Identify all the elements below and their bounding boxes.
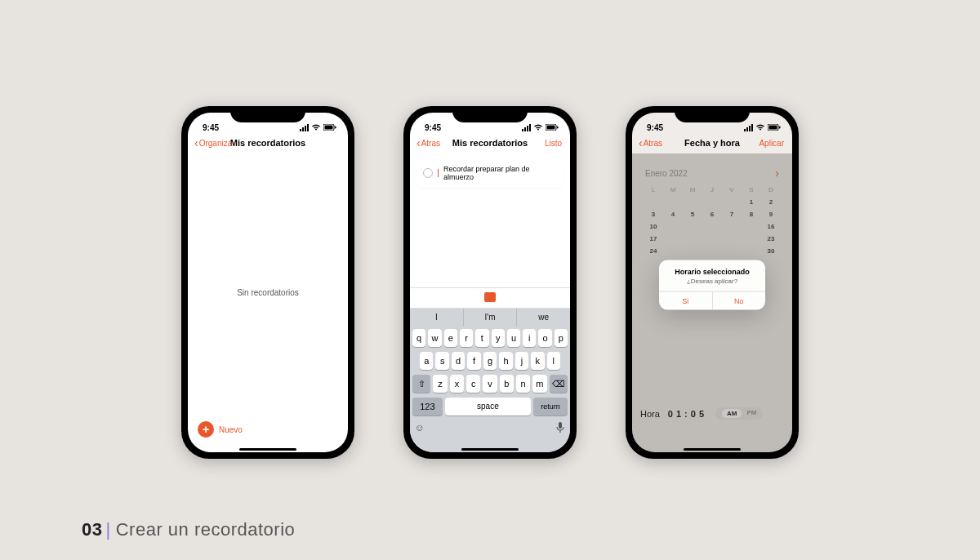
navbar: ‹ Atras Mis recordatorios Listo: [410, 132, 570, 153]
key[interactable]: w: [428, 329, 441, 347]
modal-yes-button[interactable]: Si: [659, 292, 713, 310]
phone-frame-3: 9:45 ‹ Atras Fecha y hora Aplicar: [626, 106, 799, 459]
back-button[interactable]: ‹ Organiza: [194, 137, 232, 149]
svg-rect-6: [559, 422, 562, 429]
key[interactable]: r: [460, 329, 473, 347]
wifi-icon: [755, 123, 765, 132]
key[interactable]: o: [538, 329, 551, 347]
navbar: ‹ Organiza Mis recordatorios: [188, 132, 348, 153]
key-row: ☺: [410, 418, 570, 438]
page-title: Mis recordatorios: [452, 138, 528, 148]
status-icons: [744, 123, 781, 132]
modal-title: Horario seleccionado: [659, 260, 765, 278]
svg-rect-1: [325, 126, 333, 130]
mic-icon[interactable]: [553, 420, 568, 435]
suggestion-row: I I'm we: [410, 309, 570, 327]
key-row: 123 space return: [410, 395, 570, 418]
key[interactable]: x: [450, 375, 464, 393]
modal-message: ¿Deseas aplicar?: [659, 278, 765, 291]
prediction-icon[interactable]: [484, 292, 496, 302]
key[interactable]: s: [435, 352, 448, 370]
key[interactable]: a: [420, 352, 433, 370]
svg-rect-8: [769, 126, 777, 130]
key[interactable]: m: [532, 375, 546, 393]
battery-icon: [323, 123, 336, 132]
key[interactable]: t: [475, 329, 488, 347]
suggestion[interactable]: I: [410, 309, 464, 327]
key[interactable]: p: [555, 329, 568, 347]
status-bar: 9:45: [410, 113, 570, 132]
status-time: 9:45: [425, 123, 441, 132]
wifi-icon: [311, 123, 321, 132]
battery-icon: [546, 123, 559, 132]
return-key[interactable]: return: [533, 398, 568, 416]
status-time: 9:45: [203, 123, 219, 132]
confirm-modal: Horario seleccionado ¿Deseas aplicar? Si…: [659, 260, 765, 310]
new-reminder-button[interactable]: + Nuevo: [198, 421, 243, 438]
chevron-left-icon: ‹: [194, 137, 198, 149]
key[interactable]: c: [466, 375, 480, 393]
key[interactable]: q: [412, 329, 425, 347]
key[interactable]: d: [452, 352, 465, 370]
suggestion[interactable]: we: [517, 309, 570, 327]
delete-key[interactable]: ⌫: [550, 375, 568, 393]
suggestion[interactable]: I'm: [464, 309, 518, 327]
back-label: Atras: [644, 139, 662, 148]
key-row: q w e r t y u i o p: [410, 327, 570, 349]
phone-frame-2: 9:45 ‹ Atras Mis recordatorios Li: [403, 106, 577, 459]
status-icons: [522, 123, 559, 132]
apply-button[interactable]: Aplicar: [759, 139, 784, 148]
text-cursor: [438, 169, 439, 177]
key[interactable]: y: [492, 329, 505, 347]
reminder-text: Recordar preparar plan de almuerzo: [443, 165, 557, 181]
battery-icon: [768, 123, 781, 132]
key[interactable]: h: [499, 352, 512, 370]
key-row: a s d f g h j k l: [410, 349, 570, 372]
page-title: Mis recordatorios: [230, 138, 305, 148]
svg-rect-5: [557, 127, 559, 129]
new-label: Nuevo: [219, 425, 243, 434]
status-bar: 9:45: [632, 113, 792, 132]
radio-icon[interactable]: [423, 168, 433, 178]
key[interactable]: u: [507, 329, 520, 347]
key[interactable]: e: [444, 329, 457, 347]
back-label: Organiza: [199, 139, 233, 148]
home-indicator[interactable]: [684, 448, 741, 451]
status-bar: 9:45: [188, 113, 348, 132]
key[interactable]: n: [516, 375, 530, 393]
key[interactable]: v: [483, 375, 497, 393]
page-title: Fecha y hora: [684, 138, 740, 148]
navbar: ‹ Atras Fecha y hora Aplicar: [632, 132, 792, 153]
key[interactable]: f: [467, 352, 480, 370]
home-indicator[interactable]: [461, 448, 519, 451]
key-row: ⇧ z x c v b n m ⌫: [410, 372, 570, 395]
key[interactable]: b: [500, 375, 514, 393]
keyboard: I I'm we q w e r t y u i o p: [410, 287, 570, 452]
back-button[interactable]: ‹ Atras: [416, 137, 440, 149]
chevron-left-icon: ‹: [416, 137, 421, 149]
space-key[interactable]: space: [445, 398, 531, 416]
key[interactable]: i: [523, 329, 536, 347]
abc-key[interactable]: 123: [412, 398, 443, 416]
shift-key[interactable]: ⇧: [412, 375, 430, 393]
key[interactable]: z: [433, 375, 447, 393]
wifi-icon: [533, 123, 543, 132]
chevron-left-icon: ‹: [639, 137, 643, 149]
empty-state: Sin recordatorios: [188, 288, 348, 297]
back-label: Atras: [421, 139, 440, 148]
caption-title: Crear un recordatorio: [116, 519, 296, 540]
svg-rect-9: [779, 127, 781, 129]
modal-no-button[interactable]: No: [713, 292, 766, 310]
reminder-input-row[interactable]: Recordar preparar plan de almuerzo: [416, 158, 564, 188]
done-button[interactable]: Listo: [545, 139, 562, 148]
plus-icon: +: [198, 421, 214, 438]
status-icons: [300, 123, 336, 132]
key[interactable]: g: [483, 352, 497, 370]
key[interactable]: j: [515, 352, 528, 370]
emoji-icon[interactable]: ☺: [412, 420, 427, 435]
home-indicator[interactable]: [239, 448, 296, 451]
slide-caption: 03|Crear un recordatorio: [82, 519, 295, 540]
key[interactable]: k: [531, 352, 544, 370]
key[interactable]: l: [547, 352, 560, 370]
back-button[interactable]: ‹ Atras: [639, 137, 662, 149]
